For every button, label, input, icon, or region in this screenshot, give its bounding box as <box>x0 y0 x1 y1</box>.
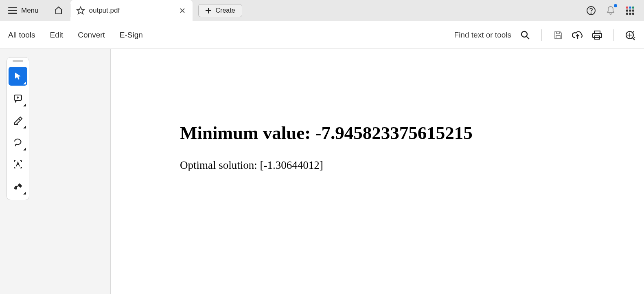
tab-close-button[interactable] <box>178 6 187 15</box>
bell-icon <box>606 6 616 15</box>
svg-rect-10 <box>626 9 628 11</box>
svg-rect-15 <box>632 13 634 15</box>
svg-rect-18 <box>556 35 560 38</box>
menu-all-tools[interactable]: All tools <box>8 31 35 40</box>
comment-tool[interactable] <box>9 89 27 108</box>
help-button[interactable] <box>585 5 597 16</box>
notifications-button[interactable] <box>605 5 616 16</box>
toolbar-menu: All tools Edit Convert E-Sign <box>8 31 143 40</box>
select-tool[interactable] <box>9 67 27 86</box>
text-select-tool[interactable] <box>9 155 27 174</box>
divider <box>613 29 614 41</box>
tool-palette <box>7 57 29 200</box>
svg-rect-8 <box>629 7 631 9</box>
home-icon <box>54 6 64 15</box>
cloud-upload-button[interactable] <box>572 29 583 41</box>
save-button[interactable] <box>552 29 564 41</box>
left-panel <box>0 49 111 294</box>
print-button[interactable] <box>591 29 603 41</box>
toolbar-right: Find text or tools <box>454 29 636 41</box>
svg-rect-13 <box>626 13 628 15</box>
save-icon <box>553 30 563 40</box>
ai-sparkle-icon <box>625 30 635 40</box>
palette-grip[interactable] <box>13 60 23 62</box>
divider <box>541 29 542 41</box>
svg-point-16 <box>521 31 527 37</box>
menu-label: Menu <box>21 7 39 15</box>
search-button[interactable] <box>519 29 531 41</box>
highlighter-icon <box>13 115 23 125</box>
highlight-tool[interactable] <box>9 111 27 130</box>
create-label: Create <box>216 7 235 14</box>
search-icon <box>520 30 530 40</box>
cursor-icon <box>13 71 23 81</box>
create-button[interactable]: Create <box>198 4 242 17</box>
document-heading: Minimum value: -7.945823375615215 <box>180 122 644 144</box>
close-icon <box>180 8 185 13</box>
svg-marker-0 <box>77 7 84 13</box>
svg-point-6 <box>591 13 591 13</box>
home-button[interactable] <box>47 0 70 21</box>
svg-rect-7 <box>626 7 628 9</box>
tab-title: output.pdf <box>89 7 120 15</box>
apps-button[interactable] <box>624 5 636 16</box>
notification-dot <box>614 4 617 7</box>
document-body: Optimal solution: [-1.30644012] <box>180 159 644 172</box>
apps-grid-icon <box>626 6 635 15</box>
svg-line-24 <box>633 37 635 39</box>
sign-tool[interactable] <box>9 177 27 196</box>
menu-convert[interactable]: Convert <box>78 31 105 40</box>
menu-esign[interactable]: E-Sign <box>120 31 143 40</box>
titlebar: Menu output.pdf Create <box>0 0 644 21</box>
svg-rect-9 <box>632 7 634 9</box>
hamburger-icon <box>8 7 17 14</box>
svg-rect-14 <box>629 13 631 15</box>
document-tab[interactable]: output.pdf <box>70 0 193 21</box>
signature-icon <box>13 181 23 191</box>
menu-edit[interactable]: Edit <box>50 31 64 40</box>
secondary-toolbar: All tools Edit Convert E-Sign Find text … <box>0 21 644 49</box>
print-icon <box>592 30 602 40</box>
star-icon[interactable] <box>76 6 85 15</box>
svg-line-17 <box>526 36 529 39</box>
document-viewport[interactable]: Minimum value: -7.945823375615215 Optima… <box>111 49 644 294</box>
text-select-icon <box>13 159 23 169</box>
svg-rect-11 <box>629 9 631 11</box>
cloud-upload-icon <box>572 30 583 40</box>
help-icon <box>586 6 596 15</box>
titlebar-right <box>585 5 640 16</box>
comment-icon <box>13 93 23 103</box>
svg-rect-12 <box>632 9 634 11</box>
menu-button[interactable]: Menu <box>0 0 47 21</box>
draw-tool[interactable] <box>9 133 27 152</box>
find-text-button[interactable]: Find text or tools <box>454 31 511 40</box>
main-area: Minimum value: -7.945823375615215 Optima… <box>0 49 644 294</box>
plus-icon <box>205 7 212 14</box>
ai-assistant-button[interactable] <box>624 29 636 41</box>
lasso-icon <box>13 137 23 147</box>
